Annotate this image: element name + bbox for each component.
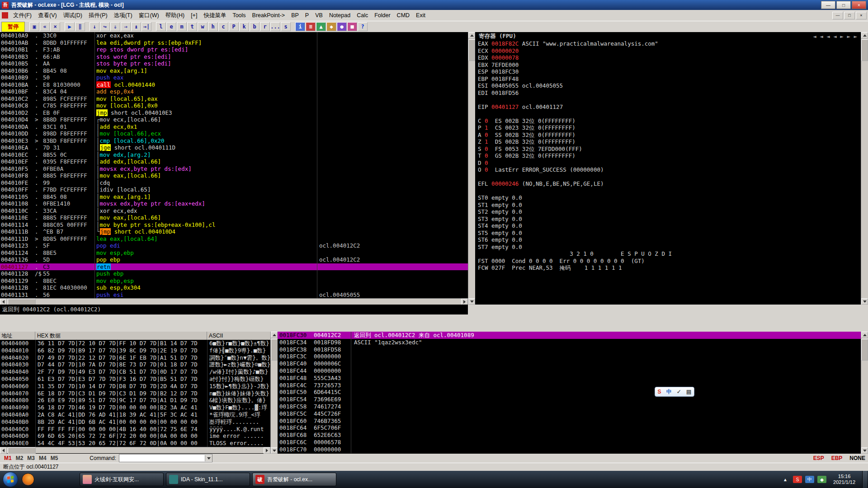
scroll-thumb[interactable] bbox=[8, 447, 36, 454]
scroll-thumb[interactable] bbox=[8, 299, 36, 305]
scroll-down-icon[interactable] bbox=[861, 447, 868, 454]
register-line[interactable]: ECX 00000020 bbox=[475, 47, 861, 55]
disasm-row[interactable]: 004010C8.C785 F8FEFFFFmov [local.66],0x0 bbox=[0, 102, 468, 109]
mdi-minimize-button[interactable]: — bbox=[832, 12, 843, 19]
register-line[interactable]: D 0 bbox=[475, 160, 861, 167]
scroll-down-icon[interactable] bbox=[468, 298, 475, 305]
menu-item[interactable]: [+] bbox=[188, 11, 200, 20]
disasm-row[interactable]: 0040111D>8D85 00FFFFFFlea eax,[local.64] bbox=[0, 235, 468, 243]
menu-item[interactable]: 窗口(W) bbox=[136, 10, 162, 21]
menu-item[interactable]: P bbox=[302, 11, 312, 20]
toolbar-button-restart[interactable]: « bbox=[40, 22, 50, 31]
disasm-row[interactable]: 0040112B.81EC 04030000sub esp,0x304 bbox=[0, 284, 468, 291]
toolbar-button-memory-window[interactable]: m bbox=[177, 22, 187, 31]
stack-vscrollbar[interactable] bbox=[861, 332, 868, 454]
command-input[interactable] bbox=[119, 454, 212, 462]
memory-tab-M5[interactable]: M5 bbox=[51, 455, 58, 461]
dump-header-ascii[interactable]: ASCII bbox=[207, 332, 270, 340]
toolbar-button-references-window[interactable]: r bbox=[260, 22, 270, 31]
scroll-thumb[interactable] bbox=[861, 39, 868, 61]
stack-row[interactable]: 0018FC380018FD58 bbox=[278, 346, 861, 353]
register-line[interactable]: A 0 SS 002B 32位 0(FFFFFFFF) bbox=[475, 131, 861, 139]
register-line[interactable] bbox=[475, 188, 861, 195]
toolbar-button-close-program[interactable]: × bbox=[50, 22, 60, 31]
scroll-thumb[interactable] bbox=[271, 339, 278, 361]
chevron-down-icon[interactable] bbox=[205, 455, 212, 461]
toolbar-button-cpu-window[interactable]: c bbox=[218, 22, 228, 31]
taskbar-button[interactable]: IDA - Skin_11.1... bbox=[166, 473, 250, 486]
register-line[interactable]: EFL 00000246 (NO,NB,E,BE,NS,PE,GE,LE) bbox=[475, 180, 861, 188]
register-line[interactable]: ST7 empty 0.0 bbox=[475, 244, 861, 251]
scroll-up-icon[interactable] bbox=[468, 32, 475, 38]
scroll-down-icon[interactable] bbox=[861, 298, 868, 305]
dump-row[interactable]: 004040706E 18 D7 7D|C3 D1 D9 7D|C3 D1 D9… bbox=[0, 390, 270, 397]
register-line[interactable]: EDX 00000078 bbox=[475, 54, 861, 61]
toolbar-button-plugin-1[interactable]: i bbox=[295, 22, 305, 31]
menu-item[interactable]: 调试(D) bbox=[60, 10, 85, 21]
menu-item[interactable]: 查看(V) bbox=[35, 10, 60, 21]
toolbar-button-execute-till-user-code[interactable]: →| bbox=[142, 22, 151, 31]
register-line[interactable]: ST1 empty 0.0 bbox=[475, 202, 861, 209]
register-line[interactable]: EIP 00401127 ocl.00401127 bbox=[475, 103, 861, 111]
toolbar-button-plugin-4[interactable]: ◆ bbox=[326, 22, 336, 31]
register-line[interactable]: O 0 LastErr ERROR_SUCCESS (00000000) bbox=[475, 166, 861, 174]
scroll-up-icon[interactable] bbox=[271, 332, 278, 338]
tray-icon-▲[interactable]: ▲ bbox=[781, 476, 790, 483]
toolbar-button-pause-execution[interactable]: ‖ bbox=[75, 22, 85, 31]
menu-item[interactable]: Tools bbox=[229, 11, 249, 20]
dump-row[interactable]: 004040C0FF FF FF FF|00 00 00 00|4B 16 40… bbox=[0, 426, 270, 433]
stack-row[interactable]: 0018FC4C73726573 bbox=[278, 382, 861, 389]
disasm-row[interactable]: 004010C2.8985 FCFEFFFFmov [local.65],eax bbox=[0, 95, 468, 103]
sogou-icon-3[interactable]: ▤ bbox=[686, 388, 691, 396]
menu-item[interactable]: Exit bbox=[413, 11, 429, 20]
dump-row[interactable]: 004040E054 4C 4F 53|53 20 65 72|72 6F 72… bbox=[0, 440, 270, 447]
disasm-row[interactable]: 004010F5.0FBE0A│movsx ecx,byte ptr ds:[e… bbox=[0, 165, 468, 173]
taskbar-button[interactable]: 火绒剑-互联网安... bbox=[80, 473, 164, 486]
disasm-vscrollbar[interactable] bbox=[468, 32, 475, 305]
register-line[interactable]: FST 0000 Cond 0 0 0 0 Err 0 0 0 0 0 0 0 … bbox=[475, 258, 861, 265]
register-line[interactable]: EAX 0018F82C ASCII "www.practicalmalware… bbox=[475, 40, 861, 47]
tray-icon-S[interactable]: S bbox=[793, 476, 802, 483]
toolbar-button-run-trace-window[interactable]: ... bbox=[270, 22, 280, 31]
register-line[interactable] bbox=[475, 174, 861, 181]
menu-item[interactable]: Folder bbox=[371, 11, 393, 20]
toolbar-button-animate-over[interactable]: ⇒ bbox=[121, 22, 131, 31]
stack-row[interactable]: 0018FC400000006C bbox=[278, 360, 861, 367]
disasm-row[interactable]: 00401108.0FBE1410│movsx edx,byte ptr ds:… bbox=[0, 200, 468, 207]
scroll-up-icon[interactable] bbox=[861, 32, 868, 38]
disasm-row[interactable]: 0040110C.33CA│xor ecx,edx bbox=[0, 207, 468, 215]
stack-row[interactable]: 0018FC4400000000 bbox=[278, 367, 861, 375]
disasm-row[interactable]: 00401114.888C05 00FFFF│mov byte ptr ss:[… bbox=[0, 221, 468, 229]
register-line[interactable]: S 0 FS 0053 32位 7EFDD000(FFF) bbox=[475, 145, 861, 153]
menu-item[interactable]: 快捷菜单 bbox=[200, 10, 229, 21]
registers-nav-arrows[interactable]: ◄ ◄ ◄ ◄ ► ► ► bbox=[813, 33, 857, 40]
dump-row[interactable]: 0040409056 18 D7 7D|46 19 D7 7D|00 00 00… bbox=[0, 404, 270, 411]
disasm-hscrollbar[interactable] bbox=[0, 298, 468, 305]
disasm-row[interactable]: 004010E3>83BD F8FEFFFF│cmp [local.66],0x… bbox=[0, 137, 468, 145]
stack-row[interactable]: 0018FC68652E6C63 bbox=[278, 432, 861, 439]
disasm-row[interactable]: 004010B5.AAstos byte ptr es:[edi] bbox=[0, 60, 468, 67]
disasm-row[interactable]: 00401127.C3retn bbox=[0, 263, 468, 271]
dump-row[interactable]: 00404020D7 49 D7 7D|22 12 D7 7D|6E 1F EB… bbox=[0, 354, 270, 361]
disasm-row[interactable]: 004010FE.99│cdq bbox=[0, 179, 468, 187]
scroll-thumb[interactable] bbox=[861, 339, 868, 361]
scroll-down-icon[interactable] bbox=[271, 447, 278, 454]
dump-row[interactable]: 0040408026 E0 E9 7D|89 51 D7 7D|9C 17 D7… bbox=[0, 397, 270, 404]
disasm-row[interactable]: 00401129.8BECmov ebp,esp bbox=[0, 277, 468, 285]
register-line[interactable]: ST3 empty 0.0 bbox=[475, 216, 861, 223]
sogou-icon-1[interactable]: 中 bbox=[666, 388, 672, 396]
quick-launch-icon[interactable] bbox=[22, 473, 34, 486]
stack-row[interactable]: 0018FC5473696E69 bbox=[278, 396, 861, 403]
dump-hscrollbar[interactable] bbox=[0, 447, 270, 453]
stack-row[interactable]: 0018FC340018FD98ASCII "1qaz2wsx3edc" bbox=[278, 339, 861, 346]
menu-item[interactable]: Calc bbox=[354, 11, 371, 20]
stack-row[interactable]: 0018FC7000000000 bbox=[278, 446, 861, 453]
menu-item[interactable]: Notepad bbox=[326, 11, 354, 20]
toolbar-button-animate-into[interactable]: ⇓ bbox=[110, 22, 120, 31]
mdi-system-icon[interactable] bbox=[2, 12, 8, 19]
menu-item[interactable]: 帮助(H) bbox=[162, 10, 188, 21]
disasm-row[interactable]: 004010DA.83C1 01│add ecx,0x1 bbox=[0, 123, 468, 131]
toolbar-button-call-stack-window[interactable]: k bbox=[239, 22, 249, 31]
disasm-row[interactable]: 00401123.5Fpop ediocl.004012C2 bbox=[0, 242, 468, 249]
register-line[interactable]: 3 2 1 0 E S P U O Z D I bbox=[475, 250, 861, 258]
